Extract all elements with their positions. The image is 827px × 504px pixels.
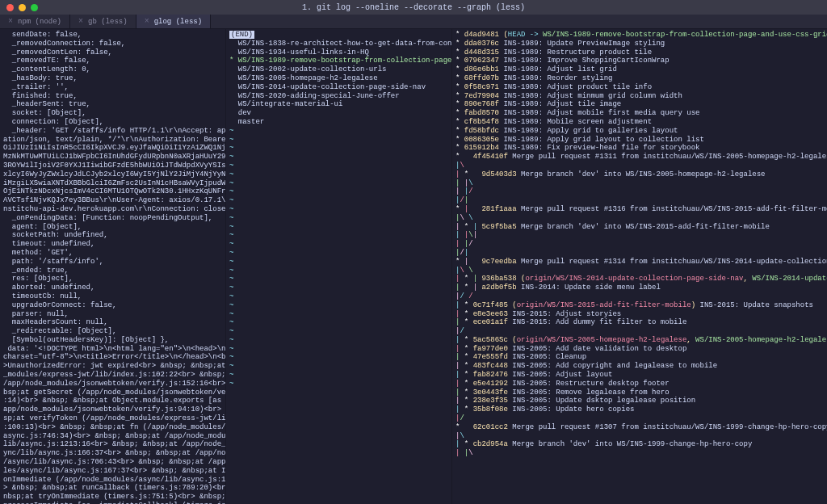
glog-line: * 0f58c971 INS-1989: Adjust product tile… [455,83,824,92]
traffic-lights[interactable] [6,4,38,11]
glog-line: |/| [455,249,824,258]
glog-line: | * | a2db0f5b INS-2014: Update side men… [455,284,824,292]
glog-line: | * fa977de0 INS-2005: Add date validati… [455,345,824,354]
branch-line: WS/INS-2014-update-collection-page-side-… [229,83,426,91]
glog-line: |/ / [455,292,824,301]
branch-line: WS/integrate-material-ui [229,100,342,108]
glog-line: |\ [455,432,824,441]
tab-label: npm (node) [18,18,61,26]
tab-label: gb (less) [88,18,128,26]
glog-line: | * 47e555fd INS-2005: Cleanup [455,353,824,362]
glog-line: | * cb2d954a Merge branch 'dev' into WS/… [455,440,824,449]
minimize-window-icon[interactable] [19,4,26,11]
glog-line: | |/ [455,187,824,196]
close-window-icon[interactable] [6,4,14,11]
glog-line: * d4ad9481 (HEAD -> WS/INS-1989-remove-b… [455,31,824,40]
glog-line: | |\ [455,449,824,458]
glog-line: | * 483fc448 INS-2005: Add copyright and… [455,362,824,371]
glog-line: |\ [455,162,824,170]
glog-line: * dda0376c INS-1989: Update PreviewImage… [455,40,824,48]
close-tab-icon[interactable]: × [78,17,83,26]
tabbar: ×npm (node)×gb (less)×glog (less) [0,15,827,29]
branch-line: master [229,118,264,126]
branch-line: WS/INS-2020-adding-special-June-offer [229,92,400,100]
maximize-window-icon[interactable] [31,4,38,11]
glog-line: |/ [455,327,824,336]
branch-line: WS/INS-2002-update-collection-urls [229,65,386,74]
tab-1[interactable]: ×gb (less) [70,15,136,28]
close-tab-icon[interactable]: × [8,17,13,26]
glog-line: * d86e6bb1 INS-1989: Adjust list grid [455,65,824,74]
tab-0[interactable]: ×npm (node) [0,15,70,28]
glog-line: * fd58bfdc INS-1989: Apply grid to galle… [455,127,824,136]
glog-line: | * 0c71f485 (origin/WS/INS-2015-add-fit… [455,301,824,310]
glog-line: | * | 5c9f5ba5 Merge branch 'dev' into W… [455,223,824,232]
branch-line: WS/INS-1934-useful-links-in-HQ [229,48,369,57]
glog-line: |/| [455,196,824,205]
glog-line: * 890e768f INS-1989: Adjust tile image [455,100,824,109]
glog-line: * cf8b54f8 INS-1989: Mobile screen adjus… [455,118,824,127]
glog-line: * 615912b4 INS-1989: Fix preview-head fi… [455,144,824,153]
end-badge: (END) [229,31,254,39]
glog-line: | * 238e3f35 INS-2005: Update dsktop leg… [455,397,824,405]
glog-line: | * ece01a1f INS-2015: Add dummy fit fil… [455,318,824,327]
branch-line: WS/INS-1838-re-architect-how-to-get-data… [229,40,452,48]
glog-line: * 7ed79904 INS-1989: Adjust minmum grid … [455,92,824,101]
glog-line: * d448d315 INS-1989: Restructure product… [455,48,824,57]
branch-line: dev [229,109,251,117]
pane-npm: sendDate: false, _removedConnection: fal… [0,29,226,504]
close-tab-icon[interactable]: × [145,17,149,26]
glog-line: | * 9d5403d3 Merge branch 'dev' into WS/… [455,170,824,179]
glog-line: | * | 936ba538 (origin/WS/INS-2014-updat… [455,275,824,284]
glog-line: | * 3e0443fe INS-2005: Remove legalease … [455,388,824,397]
glog-line: * | 9c7eedba Merge pull request #1314 fr… [455,258,824,267]
glog-line: * 4f45410f Merge pull request #1311 from… [455,153,824,162]
glog-line: | * fab82476 INS-2005: Adjust layout [455,371,824,380]
glog-line: | * 5ac586Sc (origin/WS/INS-2005-homepag… [455,336,824,345]
branch-line: WS/INS-2005-homepage-h2-legalese [229,74,378,82]
glog-line: * 62c01cc2 Merge pull request #1307 from… [455,423,824,432]
glog-line: | * 35b8f08e INS-2005: Update hero copie… [455,405,824,414]
glog-line: * 07962347 INS-1989: Improve ShoppingCar… [455,57,824,65]
titlebar: 1. git log --oneline --decorate --graph … [0,0,827,15]
glog-line: | |\ [455,179,824,188]
glog-line: * 0086305e INS-1989: Apply grid layout t… [455,136,824,145]
glog-line: * 68ffd07b INS-1989: Reorder styling [455,74,824,83]
pane-gb: (END) WS/INS-1838-re-architect-how-to-ge… [226,29,452,504]
glog-line: |\ \ [455,214,824,223]
glog-line: | |\| [455,231,824,240]
pane-glog: * d4ad9481 (HEAD -> WS/INS-1989-remove-b… [452,29,827,504]
branch-line: * WS/INS-1989-remove-bootstrap-from-coll… [229,57,452,65]
glog-line: |\ \ [455,267,824,275]
tab-2[interactable]: ×glog (less) [136,15,211,28]
glog-line: | * e5e41292 INS-2005: Restructure deskt… [455,380,824,388]
glog-line: | |/ [455,240,824,249]
glog-line: * fabd8570 INS-1989: Adjust mobile first… [455,109,824,118]
glog-line: |/ [455,414,824,423]
tab-label: glog (less) [154,18,202,26]
glog-line: * | 281f1aaa Merge pull request #1316 fr… [455,205,824,214]
window-title: 1. git log --oneline --decorate --graph … [6,3,821,12]
glog-line: | * e8e3ee63 INS-2015: Adjust storyies [455,310,824,319]
